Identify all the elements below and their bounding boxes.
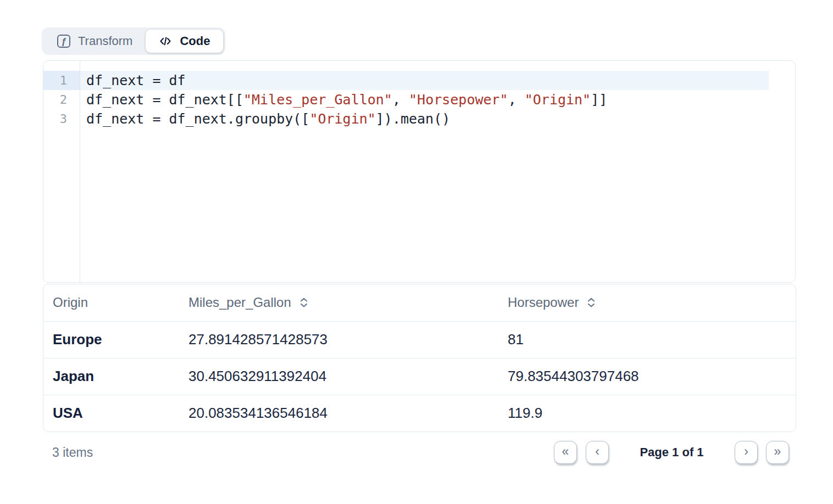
code-token: ]).mean()	[376, 111, 450, 127]
code-token: ]]	[591, 92, 607, 108]
first-page-icon: «	[562, 445, 569, 458]
last-page-icon: »	[774, 445, 781, 458]
items-count: 3 items	[52, 445, 93, 460]
view-tabs: ƒ Transform Code	[42, 27, 225, 55]
cell-value: 81	[498, 321, 796, 358]
tab-code-label: Code	[180, 34, 210, 48]
column-label: Origin	[53, 295, 88, 310]
table-row: Japan30.45063291139240479.83544303797468	[43, 358, 796, 395]
code-line-content: df_next = df_next.groupby(["Origin"]).me…	[80, 109, 769, 128]
cell-value: 119.9	[498, 395, 796, 432]
code-line[interactable]: 1df_next = df	[43, 71, 795, 90]
column-label: Miles_per_Gallon	[188, 295, 291, 310]
code-line-content: df_next = df_next[["Miles_per_Gallon", "…	[80, 90, 769, 109]
function-icon: ƒ	[57, 35, 70, 48]
code-token: ,	[508, 92, 525, 108]
table-row: USA20.083534136546184119.9	[43, 395, 796, 432]
page-indicator: Page 1 of 1	[609, 445, 735, 460]
column-header-miles_per_gallon[interactable]: Miles_per_Gallon	[179, 284, 498, 321]
table-row: Europe27.89142857142857381	[43, 321, 796, 358]
tab-code[interactable]: Code	[146, 30, 223, 53]
column-label: Horsepower	[508, 295, 579, 310]
cell-origin: Europe	[43, 321, 179, 358]
table-body: Europe27.89142857142857381Japan30.450632…	[43, 321, 796, 432]
tab-transform-label: Transform	[78, 34, 132, 48]
cell-value: 79.83544303797468	[498, 358, 796, 395]
column-header-inner: Horsepower	[508, 295, 596, 310]
code-editor[interactable]: 1df_next = df2df_next = df_next[["Miles_…	[43, 60, 796, 283]
column-header-inner: Miles_per_Gallon	[188, 295, 309, 310]
first-page-button[interactable]: «	[554, 441, 577, 464]
code-line[interactable]: 3df_next = df_next.groupby(["Origin"]).m…	[43, 109, 795, 128]
code-string-token: "Origin"	[309, 111, 375, 127]
code-line[interactable]: 2df_next = df_next[["Miles_per_Gallon", …	[43, 90, 795, 109]
table-header-row: OriginMiles_per_GallonHorsepower	[43, 284, 796, 321]
table-footer: 3 items « ‹ Page 1 of 1 › »	[43, 437, 796, 468]
column-header-origin: Origin	[43, 284, 179, 321]
code-line-content: df_next = df	[80, 71, 769, 90]
column-header-horsepower[interactable]: Horsepower	[498, 284, 796, 321]
gutter-divider	[80, 61, 80, 282]
next-page-icon: ›	[744, 445, 748, 458]
code-token: df_next = df	[86, 72, 186, 88]
next-page-button[interactable]: ›	[735, 441, 758, 464]
cell-origin: USA	[43, 395, 179, 432]
cell-value: 30.450632911392404	[179, 358, 498, 395]
prev-page-button[interactable]: ‹	[586, 441, 609, 464]
code-token: ,	[392, 92, 409, 108]
sort-icon[interactable]	[299, 297, 309, 308]
result-table: OriginMiles_per_GallonHorsepower Europe2…	[43, 284, 796, 432]
code-token: df_next = df_next.groupby([	[86, 111, 309, 127]
pagination: « ‹ Page 1 of 1 › »	[554, 441, 789, 464]
tab-transform[interactable]: ƒ Transform	[44, 30, 146, 53]
last-page-button[interactable]: »	[766, 441, 789, 464]
sort-icon[interactable]	[586, 297, 596, 308]
code-string-token: "Horsepower"	[409, 92, 508, 108]
code-lines: 1df_next = df2df_next = df_next[["Miles_…	[43, 71, 795, 128]
code-string-token: "Miles_per_Gallon"	[243, 92, 392, 108]
prev-page-icon: ‹	[595, 445, 599, 458]
cell-origin: Japan	[43, 358, 179, 395]
code-token: df_next = df_next[[	[86, 92, 243, 108]
line-number: 3	[43, 109, 80, 128]
column-header-inner: Origin	[53, 295, 88, 310]
code-icon	[159, 35, 172, 48]
line-number: 1	[43, 71, 80, 90]
transform-widget: ƒ Transform Code 1df_next = df2df_next =…	[0, 0, 833, 504]
code-string-token: "Origin"	[525, 92, 591, 108]
cell-value: 20.083534136546184	[179, 395, 498, 432]
cell-value: 27.891428571428573	[179, 321, 498, 358]
line-number: 2	[43, 90, 80, 109]
